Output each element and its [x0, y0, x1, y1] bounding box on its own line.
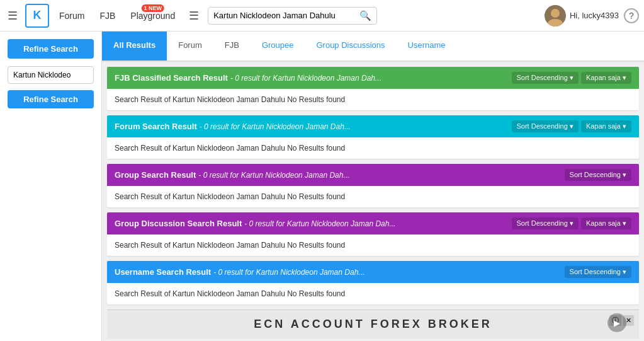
refine-search-button[interactable]: Refine Search	[8, 90, 94, 108]
search-box: 🔍	[208, 7, 376, 25]
group-discussion-result-subtitle: - 0 result for Kartun Nicklodeon Jaman D…	[244, 219, 395, 228]
tab-groupee[interactable]: Groupee	[251, 32, 305, 61]
tab-all-results[interactable]: All Results	[102, 32, 167, 61]
username-sort-button[interactable]: Sort Descending ▾	[565, 266, 631, 278]
search-input[interactable]	[213, 11, 359, 20]
fjb-kapan-button[interactable]: Kapan saja ▾	[581, 72, 631, 84]
ad-next-arrow[interactable]: ▶	[607, 313, 626, 332]
fjb-sort-button[interactable]: Sort Descending ▾	[512, 72, 579, 84]
sidebar: Refine Search Refine Search	[0, 32, 102, 341]
nav-hamburger-menu[interactable]: ☰	[185, 9, 203, 23]
group-discussion-result-title: Group Discussion Search Result	[115, 219, 242, 228]
group-discussion-header-right: Sort Descending ▾ Kapan saja ▾	[512, 217, 632, 229]
forum-kapan-button[interactable]: Kapan saja ▾	[581, 120, 631, 132]
sidebar-search-input[interactable]	[8, 66, 94, 84]
group-result-header: Group Search Result - 0 result for Kartu…	[107, 164, 639, 186]
group-result-block: Group Search Result - 0 result for Kartu…	[107, 164, 639, 207]
nav-forum[interactable]: Forum	[54, 11, 89, 21]
main-content: All Results Forum FJB Groupee Group Disc…	[102, 32, 644, 341]
username-header-right: Sort Descending ▾	[565, 266, 631, 278]
ad-banner: ⓘ ✕ ECN ACCOUNT FOREX BROKER ▶	[107, 309, 639, 338]
tab-fjb[interactable]: FJB	[213, 32, 251, 61]
nav-fjb[interactable]: FJB	[94, 11, 120, 21]
group-discussion-result-body: Search Result of Kartun Nicklodeon Jaman…	[107, 234, 639, 256]
group-result-title: Group Search Result	[115, 170, 196, 180]
playground-wrap[interactable]: 1 NEW Playground	[125, 11, 180, 21]
username-result-text: Search Result of Kartun Nicklodeon Jaman…	[115, 289, 345, 298]
ad-text: ECN ACCOUNT FOREX BROKER	[254, 318, 492, 330]
username-result-header: Username Search Result - 0 result for Ka…	[107, 261, 639, 283]
fjb-result-header: FJB Classified Search Result - 0 result …	[107, 67, 639, 89]
forum-result-text: Search Result of Kartun Nicklodeon Jaman…	[115, 144, 345, 153]
search-icon[interactable]: 🔍	[359, 10, 371, 21]
page-layout: Refine Search Refine Search All Results …	[0, 32, 644, 341]
group-result-text: Search Result of Kartun Nicklodeon Jaman…	[115, 192, 345, 201]
group-result-body: Search Result of Kartun Nicklodeon Jaman…	[107, 186, 639, 207]
forum-result-title: Forum Search Result	[115, 122, 197, 131]
fjb-result-subtitle: - 0 result for Kartun Nicklodeon Jaman D…	[230, 74, 381, 83]
logo-box[interactable]: K	[25, 4, 49, 28]
forum-header-right: Sort Descending ▾ Kapan saja ▾	[512, 120, 632, 132]
username-result-block: Username Search Result - 0 result for Ka…	[107, 261, 639, 304]
logo-letter: K	[33, 9, 42, 22]
fjb-result-block: FJB Classified Search Result - 0 result …	[107, 67, 639, 110]
svg-point-1	[551, 9, 560, 18]
sidebar-title: Refine Search	[8, 39, 94, 59]
group-discussion-header-left: Group Discussion Search Result - 0 resul…	[115, 219, 395, 228]
user-area[interactable]: Hi, lucky4393	[545, 5, 619, 26]
group-discussion-kapan-button[interactable]: Kapan saja ▾	[581, 217, 631, 229]
username-result-subtitle: - 0 result for Kartun Nicklodeon Jaman D…	[213, 268, 364, 277]
hamburger-icon[interactable]: ☰	[5, 6, 20, 25]
group-header-left: Group Search Result - 0 result for Kartu…	[115, 170, 349, 180]
results-area: FJB Classified Search Result - 0 result …	[102, 62, 644, 338]
playground-badge: 1 NEW	[141, 4, 164, 12]
help-icon[interactable]: ?	[624, 8, 639, 23]
forum-result-header: Forum Search Result - 0 result for Kartu…	[107, 115, 639, 137]
tab-username[interactable]: Username	[397, 32, 457, 61]
topnav: ☰ K Forum FJB 1 NEW Playground ☰ 🔍 Hi, l…	[0, 0, 644, 32]
tab-group-discussions[interactable]: Group Discussions	[305, 32, 396, 61]
group-discussion-result-block: Group Discussion Search Result - 0 resul…	[107, 212, 639, 256]
forum-result-subtitle: - 0 result for Kartun Nicklodeon Jaman D…	[200, 122, 351, 131]
group-result-subtitle: - 0 result for Kartun Nicklodeon Jaman D…	[198, 171, 349, 180]
tab-forum[interactable]: Forum	[167, 32, 213, 61]
tabs-bar: All Results Forum FJB Groupee Group Disc…	[102, 32, 644, 62]
forum-header-left: Forum Search Result - 0 result for Kartu…	[115, 122, 351, 131]
forum-sort-button[interactable]: Sort Descending ▾	[512, 120, 579, 132]
nav-playground[interactable]: Playground	[125, 11, 180, 21]
fjb-result-body: Search Result of Kartun Nicklodeon Jaman…	[107, 89, 639, 110]
avatar	[545, 5, 566, 26]
fjb-header-right: Sort Descending ▾ Kapan saja ▾	[512, 72, 632, 84]
greeting-text: Hi, lucky4393	[570, 11, 619, 20]
group-header-right: Sort Descending ▾	[565, 169, 631, 181]
group-discussion-sort-button[interactable]: Sort Descending ▾	[512, 217, 579, 229]
group-discussion-result-header: Group Discussion Search Result - 0 resul…	[107, 212, 639, 234]
fjb-result-text: Search Result of Kartun Nicklodeon Jaman…	[115, 95, 345, 104]
username-result-body: Search Result of Kartun Nicklodeon Jaman…	[107, 283, 639, 304]
forum-result-body: Search Result of Kartun Nicklodeon Jaman…	[107, 137, 639, 159]
group-discussion-result-text: Search Result of Kartun Nicklodeon Jaman…	[115, 241, 345, 250]
fjb-result-title: FJB Classified Search Result	[115, 73, 228, 83]
forum-result-block: Forum Search Result - 0 result for Kartu…	[107, 115, 639, 159]
group-sort-button[interactable]: Sort Descending ▾	[565, 169, 631, 181]
fjb-header-left: FJB Classified Search Result - 0 result …	[115, 73, 381, 83]
username-header-left: Username Search Result - 0 result for Ka…	[115, 267, 364, 277]
username-result-title: Username Search Result	[115, 267, 211, 277]
